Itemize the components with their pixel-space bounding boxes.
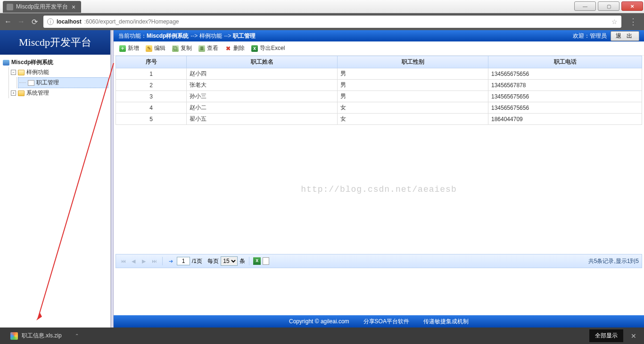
pager-export-icon[interactable]: [253, 257, 261, 265]
toolbar: 新增 编辑 复制 查看 删除 导出Excel: [114, 41, 644, 56]
window-close-button[interactable]: ✕: [621, 1, 643, 11]
col-gender[interactable]: 职工性别: [338, 56, 488, 68]
col-phone[interactable]: 职工电话: [488, 56, 642, 68]
cell-phone: 134565675656: [488, 102, 642, 114]
window-maximize-button[interactable]: ▢: [598, 1, 619, 11]
tree-node-system[interactable]: + 系统管理: [10, 88, 108, 98]
site-info-icon[interactable]: i: [47, 18, 54, 25]
add-button[interactable]: 新增: [119, 44, 139, 52]
table-row[interactable]: 4赵小二女134565675656: [116, 102, 642, 114]
cell-gender: 男: [338, 91, 488, 102]
download-filename: 职工信息.xls.zip: [22, 332, 62, 340]
pager-bar: ⏮ ◀ ▶ ⏭ ➔ /1页 每页 15 条 共5条记录,显示1到5: [116, 254, 642, 268]
pager-page-input[interactable]: [177, 257, 190, 265]
pager-pagesize-select[interactable]: 15: [221, 256, 238, 266]
sidebar: Miscdp开发平台 Miscdp样例系统 − 样例功能 职工管理: [0, 30, 111, 328]
cell-name: 翟小五: [187, 114, 338, 125]
folder-open-icon: [18, 70, 25, 75]
download-bar: 职工信息.xls.zip ⌃ 全部显示 ✕: [0, 328, 644, 344]
nav-tree: Miscdp样例系统 − 样例功能 职工管理 +: [0, 55, 110, 101]
cell-name: 孙小三: [187, 91, 338, 102]
view-button[interactable]: 查看: [198, 44, 218, 52]
tree-node-sample-label: 样例功能: [26, 68, 49, 76]
tab-title: Miscdp应用开发平台: [16, 3, 68, 11]
breadcrumb-sep: -->: [224, 33, 231, 39]
logout-button[interactable]: 退 出: [611, 31, 639, 41]
cell-name: 赵小四: [187, 68, 338, 80]
tab-close-icon[interactable]: ×: [71, 3, 76, 11]
cell-gender: 女: [338, 102, 488, 114]
delete-icon: [225, 45, 231, 52]
bookmark-star-icon[interactable]: ☆: [611, 18, 618, 25]
add-label: 新增: [128, 44, 139, 52]
cell-idx: 4: [116, 102, 187, 114]
table-row[interactable]: 1赵小四男134565675656: [116, 68, 642, 80]
nav-back-icon[interactable]: ←: [4, 17, 12, 26]
cell-name: 赵小二: [187, 102, 338, 114]
copy-icon: [172, 45, 179, 52]
browser-tab[interactable]: Miscdp应用开发平台 ×: [3, 1, 81, 13]
table-row[interactable]: 2张老大男13456567878: [116, 80, 642, 91]
tree-root[interactable]: Miscdp样例系统: [2, 57, 108, 67]
pager-next-icon[interactable]: ▶: [140, 257, 148, 265]
pager-perpage-pre: 每页: [207, 257, 219, 265]
tree-leaf-employee-label: 职工管理: [36, 79, 59, 87]
table-row[interactable]: 5翟小五女1864044709: [116, 114, 642, 125]
copy-button[interactable]: 复制: [172, 44, 192, 52]
tree-root-label: Miscdp样例系统: [11, 58, 53, 66]
export-excel-button[interactable]: 导出Excel: [251, 44, 285, 52]
download-item[interactable]: 职工信息.xls.zip ⌃: [5, 330, 84, 342]
breadcrumb-bar: 当前功能： Miscdp样例系统 --> 样例功能 --> 职工管理 欢迎：管理…: [114, 30, 644, 41]
edit-button[interactable]: 编辑: [146, 44, 165, 52]
breadcrumb-root: Miscdp样例系统: [147, 32, 189, 40]
excel-icon: [251, 45, 258, 52]
pager-summary: 共5条记录,显示1到5: [588, 257, 639, 265]
server-icon: [3, 60, 9, 66]
download-bar-close-icon[interactable]: ✕: [628, 332, 639, 340]
edit-label: 编辑: [154, 44, 165, 52]
pager-first-icon[interactable]: ⏮: [119, 257, 127, 265]
pager-doc-icon[interactable]: [263, 257, 269, 265]
window-controls: — ▢ ✕: [573, 0, 644, 13]
breadcrumb-mid: 样例功能: [199, 32, 222, 40]
delete-button[interactable]: 删除: [225, 44, 245, 52]
employee-table: 序号 职工姓名 职工性别 职工电话 1赵小四男1345656756562张老大男…: [116, 56, 642, 125]
document-icon: [28, 80, 34, 86]
window-titlebar: Miscdp应用开发平台 × — ▢ ✕: [0, 0, 644, 13]
footer-slogan1: 分享SOA平台软件: [363, 318, 409, 326]
watermark-text: http://blog.csdn.net/aeaiesb: [301, 185, 456, 194]
nav-reload-icon[interactable]: ⟳: [30, 17, 39, 26]
table-row[interactable]: 3孙小三男134565675656: [116, 91, 642, 102]
address-bar[interactable]: i localhost:6060/export_demo/index?Homep…: [43, 16, 621, 28]
show-all-downloads-button[interactable]: 全部显示: [589, 329, 623, 342]
copy-label: 复制: [181, 44, 192, 52]
col-name[interactable]: 职工姓名: [187, 56, 338, 68]
view-label: 查看: [207, 44, 218, 52]
cell-phone: 134565675656: [488, 68, 642, 80]
cell-phone: 134565675656: [488, 91, 642, 102]
col-idx[interactable]: 序号: [116, 56, 187, 68]
pager-total-pages: /1页: [192, 257, 202, 265]
window-minimize-button[interactable]: —: [574, 1, 596, 11]
pager-last-icon[interactable]: ⏭: [150, 257, 158, 265]
pager-go-icon[interactable]: ➔: [166, 257, 175, 265]
zip-file-icon: [10, 332, 18, 340]
tree-expand-icon[interactable]: +: [11, 90, 16, 96]
cell-phone: 13456567878: [488, 80, 642, 91]
tree-collapse-icon[interactable]: −: [11, 70, 16, 75]
pager-prev-icon[interactable]: ◀: [129, 257, 138, 265]
url-path: :6060/export_demo/index?Homepage: [84, 18, 179, 25]
tab-favicon-icon: [7, 4, 13, 10]
browser-menu-icon[interactable]: ⋮: [626, 16, 640, 27]
tree-leaf-employee[interactable]: 职工管理: [18, 77, 108, 88]
download-menu-icon[interactable]: ⌃: [75, 333, 79, 338]
cell-idx: 5: [116, 114, 187, 125]
folder-icon: [18, 90, 25, 96]
footer-copyright: Copyright © agileai.com: [289, 318, 349, 325]
welcome-text: 欢迎：管理员: [573, 32, 607, 40]
url-host: localhost: [57, 18, 82, 25]
tree-node-sample[interactable]: − 样例功能: [10, 67, 108, 77]
nav-forward-icon[interactable]: →: [17, 17, 25, 26]
cell-idx: 3: [116, 91, 187, 102]
main-panel: 当前功能： Miscdp样例系统 --> 样例功能 --> 职工管理 欢迎：管理…: [114, 30, 644, 328]
